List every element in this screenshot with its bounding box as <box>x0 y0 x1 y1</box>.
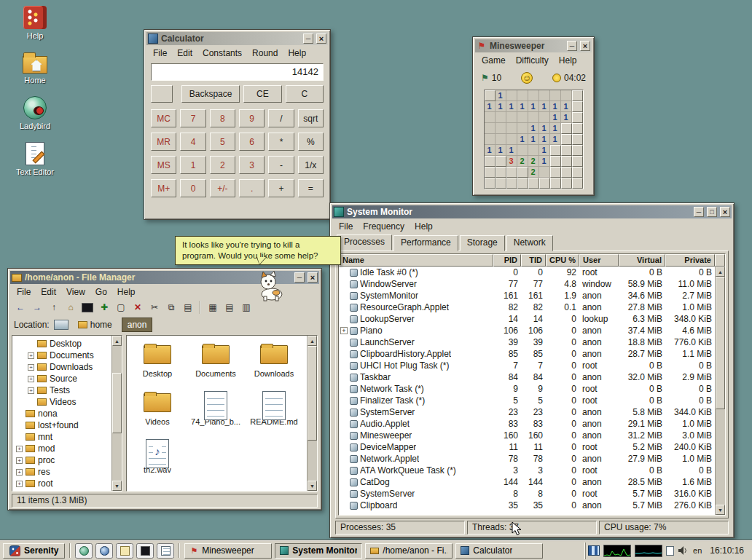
file-item[interactable]: Downloads <box>245 343 303 391</box>
expand-toggle[interactable] <box>340 315 348 323</box>
mine-cell[interactable] <box>561 90 572 101</box>
mine-cell[interactable]: u <box>561 145 572 156</box>
tab[interactable]: Processes <box>337 234 392 251</box>
close-button[interactable] <box>316 33 326 44</box>
mine-cell[interactable]: u <box>485 156 496 167</box>
calculator-button[interactable]: C <box>286 85 324 103</box>
mine-cell[interactable]: 1 <box>561 112 572 123</box>
mine-cell[interactable]: 1 <box>550 101 561 112</box>
mine-cell[interactable] <box>506 90 517 101</box>
tree-scrollbar[interactable] <box>111 336 122 491</box>
vertical-scrollbar[interactable] <box>715 267 725 515</box>
calculator-key[interactable]: 2 <box>210 156 235 174</box>
mine-cell[interactable] <box>506 123 517 134</box>
expand-toggle[interactable] <box>340 292 348 299</box>
column-header-tid[interactable]: TID <box>521 254 546 267</box>
mine-cell[interactable]: 1 <box>485 101 496 112</box>
expand-toggle[interactable] <box>340 269 348 276</box>
calculator-key[interactable]: 1 <box>180 156 205 174</box>
calculator-key[interactable]: - <box>268 156 294 174</box>
scroll-up-button[interactable] <box>716 267 725 277</box>
mine-cell[interactable] <box>539 167 550 178</box>
mine-cell[interactable]: 1 <box>528 134 539 145</box>
tree-item[interactable]: + Downloads <box>12 361 111 373</box>
mine-cell[interactable]: 1 <box>550 123 561 134</box>
file-item[interactable]: 74_Piano_b... <box>187 391 245 439</box>
mine-cell[interactable]: 1 <box>550 112 561 123</box>
mine-cell[interactable]: u <box>485 167 496 178</box>
mine-cell[interactable] <box>550 90 561 101</box>
toolbar-button[interactable]: ✕ <box>130 299 146 315</box>
quick-launch-terminal[interactable] <box>136 543 154 559</box>
mine-cell[interactable]: u <box>572 156 583 167</box>
minimize-button[interactable] <box>303 33 313 44</box>
process-row[interactable]: CatDog 144 144 0 anon 28.5 MiB 1.6 MiB <box>339 476 715 488</box>
mine-cell[interactable]: 1 <box>496 101 506 112</box>
toolbar-button[interactable]: ⧉ <box>163 299 179 315</box>
mine-cell[interactable]: u <box>496 178 506 189</box>
file-item[interactable]: Documents <box>187 343 245 391</box>
quick-launch-text-editor[interactable] <box>157 543 174 559</box>
mine-cell[interactable]: u <box>561 156 572 167</box>
menu-item[interactable]: Help <box>283 47 311 59</box>
calculator-key[interactable]: MC <box>151 109 176 127</box>
column-header-name[interactable]: Name <box>339 254 493 267</box>
process-row[interactable]: DeviceMapper 11 11 0 root 5.2 MiB 240.0 … <box>339 441 715 453</box>
expand-toggle[interactable] <box>28 341 34 347</box>
keyboard-layout-indicator[interactable]: en <box>692 546 703 555</box>
process-row[interactable]: Finalizer Task (*) 5 5 0 root 0 B 0 B <box>339 395 715 406</box>
calculator-key[interactable]: 1/x <box>298 156 324 174</box>
mine-cell[interactable]: 2 <box>517 156 528 167</box>
process-row[interactable]: ClipboardHistory.Applet 85 85 0 anon 28.… <box>339 348 715 360</box>
toolbar-button[interactable]: ▤ <box>180 299 196 315</box>
mine-cell[interactable]: u <box>572 112 583 123</box>
mine-cell[interactable] <box>517 112 528 123</box>
menu-item[interactable]: Round <box>247 47 283 59</box>
minimize-button[interactable] <box>567 41 577 51</box>
system-monitor-titlebar[interactable]: System Monitor <box>332 205 732 218</box>
menu-item[interactable]: File <box>148 47 172 59</box>
scroll-up-button[interactable] <box>308 336 317 346</box>
mine-cell[interactable]: 1 <box>550 134 561 145</box>
menu-item[interactable]: Help <box>410 221 438 232</box>
expand-toggle[interactable]: + <box>16 457 23 464</box>
calculator-button[interactable]: CE <box>243 85 281 103</box>
mine-cell[interactable]: 1 <box>496 145 506 156</box>
mine-cell[interactable]: u <box>572 145 583 156</box>
mine-cell[interactable]: 1 <box>539 156 550 167</box>
view-mode-button[interactable]: ▦ <box>205 299 221 315</box>
scrollbar-thumb[interactable] <box>716 277 725 409</box>
mine-cell[interactable]: u <box>550 156 561 167</box>
minimize-button[interactable] <box>694 207 704 217</box>
process-row[interactable]: Audio.Applet 83 83 0 anon 29.1 MiB 1.0 M… <box>339 418 715 430</box>
close-button[interactable] <box>308 272 318 283</box>
mine-cell[interactable]: u <box>496 156 506 167</box>
maximize-button[interactable] <box>707 207 717 217</box>
expand-toggle[interactable]: + <box>28 376 34 382</box>
view-mode-button[interactable]: ▤ <box>222 299 238 315</box>
menu-item[interactable]: Frequency <box>358 221 410 232</box>
menu-item[interactable]: View <box>61 286 90 298</box>
expand-toggle[interactable] <box>340 385 348 393</box>
menu-item[interactable]: Game <box>477 55 511 66</box>
mine-cell[interactable]: u <box>550 167 561 178</box>
mine-cell[interactable]: u <box>561 134 572 145</box>
process-row[interactable]: Network.Applet 78 78 0 anon 27.9 MiB 1.0… <box>339 453 715 465</box>
toolbar-button[interactable]: ▢ <box>113 299 129 315</box>
expand-toggle[interactable] <box>340 362 348 369</box>
column-header-private[interactable]: Private <box>665 254 715 267</box>
start-button[interactable]: Serenity <box>3 543 65 559</box>
menu-item[interactable]: File <box>12 286 36 298</box>
process-row[interactable]: SystemMonitor 161 161 1.9 anon 34.6 MiB … <box>339 290 715 301</box>
calculator-key[interactable]: = <box>298 179 324 197</box>
expand-toggle[interactable]: + <box>16 469 23 476</box>
scroll-down-button[interactable] <box>716 505 725 515</box>
expand-toggle[interactable] <box>340 397 348 404</box>
expand-toggle[interactable] <box>340 467 348 474</box>
mine-cell[interactable]: u <box>561 123 572 134</box>
mine-cell[interactable]: 1 <box>517 101 528 112</box>
mine-cell[interactable]: u <box>550 145 561 156</box>
desktop-icon-text-editor[interactable]: Text Editor <box>12 142 58 176</box>
minimize-button[interactable] <box>294 272 305 283</box>
menu-item[interactable]: Go <box>90 286 112 298</box>
